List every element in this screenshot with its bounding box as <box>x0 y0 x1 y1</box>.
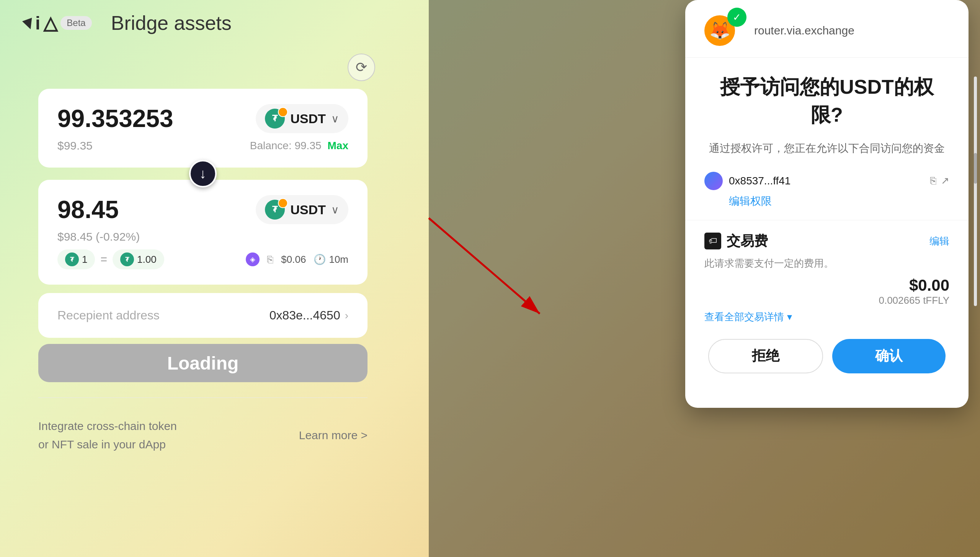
swap-button-wrapper: ↓ <box>189 160 217 187</box>
to-amount-row: 98.45 ₮ USDT ∨ <box>57 195 348 224</box>
route-fee: $0.06 <box>281 254 306 265</box>
fee-header: 🏷 交易费 编辑 <box>704 232 949 251</box>
from-usd-value: $99.35 <box>57 139 93 152</box>
external-link-button[interactable]: ↗ <box>941 175 949 187</box>
fee-description: 此请求需要支付一定的费用。 <box>704 257 949 270</box>
footer-text-block: Integrate cross-chain token or NFT sale … <box>38 417 177 454</box>
recipient-row: Recepient address 0x83e...4650 › <box>57 308 348 322</box>
metamask-divider <box>685 220 969 220</box>
rate-to-chip: ₮ 1.00 <box>113 249 164 269</box>
logo: ▾ i △ Beta <box>23 12 92 34</box>
swap-arrow-icon: ↓ <box>199 166 206 182</box>
refresh-button[interactable]: ⟳ <box>348 54 375 81</box>
from-amount: 99.353253 <box>57 104 173 133</box>
to-token-selector[interactable]: ₮ USDT ∨ <box>256 195 348 224</box>
rate-to-icon: ₮ <box>120 252 134 266</box>
metamask-action-buttons: 拒绝 确认 <box>704 339 949 373</box>
rate-from-value: 1 <box>82 254 87 265</box>
rate-from-icon: ₮ <box>65 252 79 266</box>
to-token-chevron: ∨ <box>331 204 339 216</box>
route-protocol-icon: ◈ <box>246 252 260 266</box>
fee-label-row: 🏷 交易费 <box>704 232 768 251</box>
footer-text-line1: Integrate cross-chain token <box>38 417 177 435</box>
fee-section: 🏷 交易费 编辑 此请求需要支付一定的费用。 $0.00 0.002665 tF… <box>704 232 949 324</box>
fee-usd-amount: $0.00 <box>909 276 949 295</box>
to-token-icon: ₮ <box>265 200 285 220</box>
footer-section: Integrate cross-chain token or NFT sale … <box>38 397 368 473</box>
from-token-name: USDT <box>290 111 326 126</box>
metamask-popup: 🦊 ✓ router.via.exchange 授予访问您的USDT的权限? 通… <box>685 0 969 408</box>
metamask-address-icon <box>704 172 723 190</box>
from-token-icon: ₮ <box>265 109 285 129</box>
metamask-site-url: router.via.exchange <box>754 24 854 37</box>
view-details-chevron: ▾ <box>787 311 792 323</box>
fee-token-amount: 0.002665 tFFLY <box>879 295 949 306</box>
metamask-address-text: 0x8537...ff41 <box>729 175 791 187</box>
to-token-name: USDT <box>290 202 326 217</box>
metamask-header: 🦊 ✓ router.via.exchange <box>685 0 969 58</box>
from-token-selector[interactable]: ₮ USDT ∨ <box>256 104 348 133</box>
scrollbar-thumb[interactable] <box>974 153 977 184</box>
fee-label: 交易费 <box>727 232 768 251</box>
from-amount-row: 99.353253 ₮ USDT ∨ <box>57 104 348 133</box>
balance-row: Balance: 99.35 Max <box>250 140 348 152</box>
view-details-link[interactable]: 查看全部交易详情 ▾ <box>704 310 949 324</box>
footer-text-line2: or NFT sale in your dApp <box>38 435 177 454</box>
to-token-letter: ₮ <box>272 205 278 215</box>
route-copy-icon: ⎘ <box>267 254 273 265</box>
learn-more-link[interactable]: Learn more > <box>299 429 368 442</box>
swap-direction-button[interactable]: ↓ <box>189 160 217 187</box>
beta-badge: Beta <box>60 16 91 30</box>
route-info: ◈ ⎘ $0.06 🕐 10m <box>246 252 348 266</box>
rate-from-chip: ₮ 1 <box>57 249 95 269</box>
to-usd-value: $98.45 (-0.92%) <box>57 230 140 243</box>
loading-button: Loading <box>38 344 368 382</box>
metamask-address-row: 0x8537...ff41 ⎘ ↗ <box>704 172 949 190</box>
from-token-chain-icon <box>278 107 288 117</box>
equals-sign: = <box>100 253 107 266</box>
logo-a: △ <box>43 12 57 34</box>
rate-to-value: 1.00 <box>137 254 157 265</box>
balance-label: Balance: 99.35 <box>250 140 322 152</box>
confirm-button[interactable]: 确认 <box>832 339 946 373</box>
to-amount: 98.45 <box>57 195 119 224</box>
from-token-letter: ₮ <box>272 114 278 124</box>
from-token-chevron: ∨ <box>331 112 339 125</box>
metamask-check-icon: ✓ <box>727 8 746 27</box>
recipient-label: Recepient address <box>57 308 160 322</box>
exchange-rate-row: ₮ 1 = ₮ 1.00 ◈ ⎘ $0.06 🕐 10m <box>57 249 348 269</box>
to-card: 98.45 ₮ USDT ∨ $98.45 (-0.92%) ₮ 1 = ₮ 1… <box>38 180 368 285</box>
page-title: Bridge assets <box>111 11 232 34</box>
view-details-text: 查看全部交易详情 <box>704 310 784 324</box>
recipient-arrow-icon: › <box>345 309 348 322</box>
main-content: ⟳ 99.353253 ₮ USDT ∨ $99.35 Balance: 99.… <box>0 46 406 557</box>
metamask-subtitle: 通过授权许可，您正在允许以下合同访问您的资金 <box>704 140 949 156</box>
recipient-address: 0x83e...4650 <box>270 308 340 322</box>
recipient-address-group[interactable]: 0x83e...4650 › <box>270 308 348 322</box>
max-button[interactable]: Max <box>328 140 348 152</box>
recipient-card: Recepient address 0x83e...4650 › <box>38 293 368 338</box>
clock-icon: 🕐 <box>314 254 326 265</box>
fee-amount-row: $0.00 0.002665 tFFLY <box>704 276 949 306</box>
metamask-address-actions: ⎘ ↗ <box>930 175 949 187</box>
reject-button[interactable]: 拒绝 <box>708 339 823 373</box>
logo-i: i <box>35 13 40 34</box>
to-token-chain-icon <box>278 198 288 208</box>
metamask-title: 授予访问您的USDT的权限? <box>704 73 949 129</box>
metamask-icon-group: 🦊 ✓ <box>704 15 746 46</box>
route-time: 🕐 10m <box>314 254 348 265</box>
time-value: 10m <box>329 254 348 265</box>
scrollbar-track <box>974 77 977 306</box>
metamask-body: 授予访问您的USDT的权限? 通过授权许可，您正在允许以下合同访问您的资金 0x… <box>685 58 969 389</box>
fee-edit-link[interactable]: 编辑 <box>929 235 949 248</box>
metamask-overlay: 🦊 ✓ router.via.exchange 授予访问您的USDT的权限? 通… <box>429 0 980 557</box>
edit-permissions-link[interactable]: 编辑权限 <box>704 194 949 208</box>
from-card: 99.353253 ₮ USDT ∨ $99.35 Balance: 99.35… <box>38 89 368 168</box>
copy-address-button[interactable]: ⎘ <box>930 175 936 187</box>
fee-tag-icon: 🏷 <box>704 233 721 249</box>
logo-v: ▾ <box>20 11 36 35</box>
